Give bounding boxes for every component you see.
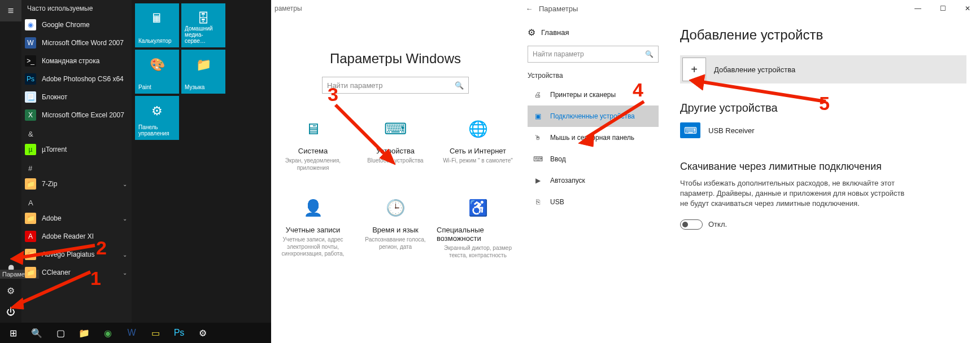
device-row[interactable]: ⌨ USB Receiver: [680, 122, 966, 138]
metered-toggle[interactable]: Откл.: [680, 219, 966, 230]
app-label: Google Chrome: [42, 21, 90, 29]
home-link[interactable]: ⚙ Главная: [528, 27, 659, 38]
sidebar-item-icon: ⎘: [532, 198, 543, 206]
settings-home-title: Параметры Windows: [271, 51, 520, 67]
search-icon: 🔍: [455, 81, 464, 90]
app-label: µTorrent: [42, 146, 67, 153]
letter-hash[interactable]: #: [21, 159, 132, 175]
search-icon: 🔍: [645, 50, 654, 58]
sidebar-item[interactable]: 🖨Принтеры и сканеры: [528, 84, 659, 105]
close-button[interactable]: ✕: [955, 1, 980, 16]
letter-amp[interactable]: &: [21, 124, 132, 140]
tile[interactable]: 🎨Paint: [135, 50, 179, 94]
tile-label: Paint: [138, 84, 176, 90]
sidebar-item-icon: ▶: [532, 177, 543, 184]
app-label: Microsoft Office Excel 2007: [42, 111, 124, 119]
category-subtitle: Bluetooth, устройства: [364, 157, 426, 165]
start-app-list: Часто используемые ◉Google ChromeWMicros…: [21, 0, 132, 343]
letter-a[interactable]: A: [21, 193, 132, 209]
tile-label: Музыка: [185, 84, 222, 90]
app-item[interactable]: 📁CCleaner⌄: [21, 263, 132, 282]
tile[interactable]: 📁Музыка: [181, 50, 225, 94]
app-icon: µ: [25, 144, 36, 155]
app-item[interactable]: ◉Google Chrome: [21, 16, 132, 34]
sidebar-item-icon: 🖨: [532, 91, 543, 99]
chevron-down-icon: ⌄: [123, 216, 127, 222]
app-item[interactable]: AAdobe Reader XI: [21, 227, 132, 245]
add-device-button[interactable]: + Добавление устройства: [680, 55, 966, 83]
settings-icon[interactable]: Параметры: [0, 280, 21, 301]
taskbar-notes-icon[interactable]: ▭: [143, 323, 167, 343]
tile-icon: 🗄: [197, 11, 210, 26]
category-icon: ⌨: [385, 118, 406, 139]
tile[interactable]: ⚙Панель управления: [135, 96, 179, 140]
taskbar-ps-icon[interactable]: Ps: [167, 323, 191, 343]
tile[interactable]: 🗄Домашний медиа-серве…: [181, 3, 225, 47]
add-device-label: Добавление устройства: [714, 65, 795, 74]
sidebar-item[interactable]: ⎘USB: [528, 191, 659, 213]
metered-head: Скачивание через лимитные подключения: [680, 161, 966, 173]
sidebar-item[interactable]: 🖱Мышь и сенсорная панель: [528, 127, 659, 148]
app-item[interactable]: 📁7-Zip⌄: [21, 175, 132, 193]
sidebar-item-label: Автозапуск: [550, 177, 585, 184]
app-icon: Ps: [25, 73, 36, 85]
minimize-button[interactable]: —: [905, 1, 930, 16]
power-icon[interactable]: [0, 301, 21, 323]
back-button[interactable]: ←: [520, 5, 539, 13]
app-item[interactable]: >_Командная строка: [21, 52, 132, 70]
app-label: Командная строка: [42, 57, 99, 65]
metered-text: Чтобы избежать дополнительных расходов, …: [680, 178, 912, 209]
category-title: Сеть и Интернет: [450, 147, 506, 155]
devices-sidebar: ⚙ Главная Найти параметр 🔍 Устройства 🖨П…: [520, 17, 667, 343]
start-button[interactable]: ⊞: [1, 323, 25, 343]
settings-devices-window: ← Параметры — ☐ ✕ ⚙ Главная Найти параме…: [520, 0, 980, 343]
desktop-left: Параметры Часто используемые ◉Google Chr…: [0, 0, 271, 343]
task-view-icon[interactable]: ▢: [49, 323, 72, 343]
taskbar-folder-icon[interactable]: 📁: [72, 323, 96, 343]
tile[interactable]: 🖩Калькулятор: [135, 3, 179, 47]
category-subtitle: Экранный диктор, размер текста, контраст…: [437, 245, 519, 259]
keyboard-icon: ⌨: [680, 122, 700, 138]
app-icon: X: [25, 109, 36, 121]
categories-grid: 🖥СистемаЭкран, уведомления, приложения⌨У…: [271, 111, 520, 269]
devices-search-input[interactable]: Найти параметр 🔍: [528, 46, 659, 63]
app-item[interactable]: µµTorrent: [21, 140, 132, 159]
sidebar-item-icon: ▣: [532, 112, 543, 120]
toggle-track: [680, 219, 703, 230]
settings-category[interactable]: 👤Учетные записиУчетные записи, адрес эле…: [272, 190, 354, 269]
toggle-thumb: [682, 222, 688, 227]
settings-category[interactable]: ♿Специальные возможностиЭкранный диктор,…: [437, 190, 519, 269]
hamburger-icon[interactable]: [0, 0, 21, 21]
app-label: Adobe Photoshop CS6 x64: [42, 75, 124, 83]
app-item[interactable]: XMicrosoft Office Excel 2007: [21, 106, 132, 124]
app-icon: 📁: [25, 178, 36, 190]
search-input[interactable]: Найти параметр 🔍: [322, 77, 469, 94]
app-icon: 📁: [25, 267, 36, 278]
app-item[interactable]: 📁Advego Plagiatus⌄: [21, 245, 132, 263]
settings-category[interactable]: 🌐Сеть и ИнтернетWi-Fi, режим " в самолет…: [437, 111, 519, 190]
sidebar-item[interactable]: ▣Подключенные устройства: [528, 105, 659, 127]
category-subtitle: Учетные записи, адрес электронной почты,…: [272, 236, 354, 258]
app-label: 7-Zip: [42, 180, 57, 188]
app-item[interactable]: PsAdobe Photoshop CS6 x64: [21, 70, 132, 88]
chevron-down-icon: ⌄: [123, 181, 127, 187]
taskbar-settings-icon[interactable]: ⚙: [191, 323, 215, 343]
tile-label: Калькулятор: [138, 38, 176, 44]
devices-titlebar: ← Параметры — ☐ ✕: [520, 0, 980, 17]
search-icon[interactable]: 🔍: [25, 323, 49, 343]
settings-category[interactable]: ⌨УстройстваBluetooth, устройства: [354, 111, 437, 190]
taskbar-word-icon[interactable]: W: [120, 323, 143, 343]
settings-category[interactable]: 🕒Время и языкРаспознавание голоса, регио…: [354, 190, 437, 269]
sidebar-item[interactable]: ▶Автозапуск: [528, 170, 659, 191]
sidebar-item[interactable]: ⌨Ввод: [528, 148, 659, 170]
app-label: CCleaner: [42, 269, 71, 276]
settings-category[interactable]: 🖥СистемаЭкран, уведомления, приложения: [272, 111, 354, 190]
app-item[interactable]: WMicrosoft Office Word 2007: [21, 34, 132, 52]
taskbar-chrome-icon[interactable]: ◉: [96, 323, 120, 343]
app-item[interactable]: 📁Adobe⌄: [21, 209, 132, 227]
app-icon: A: [25, 231, 36, 242]
settings-home-titlebar: раметры: [271, 0, 520, 17]
maximize-button[interactable]: ☐: [930, 1, 955, 16]
app-item[interactable]: 📃Блокнот: [21, 88, 132, 106]
app-label: Adobe: [42, 214, 62, 222]
